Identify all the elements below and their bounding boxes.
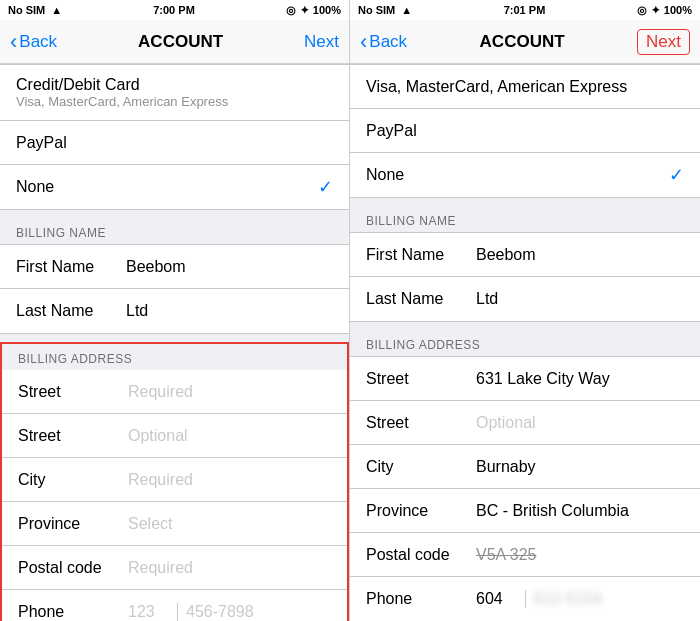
nav-bar-1: Back ACCOUNT Next: [0, 20, 349, 64]
phone-label-1: Phone: [18, 603, 128, 621]
paypal-label-1: PayPal: [16, 134, 67, 152]
payment-paypal-2[interactable]: PayPal: [350, 109, 700, 153]
none-label-2: None: [366, 166, 404, 184]
last-name-row-2[interactable]: Last Name Ltd: [350, 277, 700, 321]
phone-area-2: 604: [476, 590, 526, 608]
last-name-value-1: Ltd: [126, 302, 333, 320]
billing-address-group-2: Street 631 Lake City Way Street Optional…: [350, 356, 700, 621]
spacer-4: [350, 198, 700, 206]
billing-name-group-2: First Name Beebom Last Name Ltd: [350, 232, 700, 322]
nav-bar-2: Back ACCOUNT Next: [350, 20, 700, 64]
street2-placeholder-1: Optional: [128, 427, 331, 445]
billing-address-group-1: Street Required Street Optional City Req…: [2, 370, 347, 621]
payment-options-2: Visa, MasterCard, American Express PayPa…: [350, 64, 700, 198]
status-right-2: ◎ ✦ 100%: [637, 4, 692, 17]
payment-options-1: Credit/Debit Card Visa, MasterCard, Amer…: [0, 64, 349, 210]
last-name-row-1[interactable]: Last Name Ltd: [0, 289, 349, 333]
payment-paypal-1[interactable]: PayPal: [0, 121, 349, 165]
location-icon-2: ◎: [637, 4, 647, 17]
phone-row-1[interactable]: Phone 123 456-7898: [2, 590, 347, 621]
last-name-label-2: Last Name: [366, 290, 476, 308]
none-label-1: None: [16, 178, 54, 196]
billing-address-header-1: BILLING ADDRESS: [2, 344, 347, 370]
back-button-2[interactable]: Back: [360, 31, 407, 53]
phone-area-1: 123: [128, 603, 178, 621]
paypal-label-2: PayPal: [366, 122, 417, 140]
postal-value-2: V5A 325: [476, 546, 684, 564]
spacer-5: [350, 322, 700, 330]
nav-title-1: ACCOUNT: [138, 32, 223, 52]
postal-row-1[interactable]: Postal code Required: [2, 546, 347, 590]
phone-inputs-1: 123 456-7898: [128, 603, 331, 621]
carrier-2: No SIM: [358, 4, 395, 16]
province-row-2[interactable]: Province BC - British Columbia: [350, 489, 700, 533]
bluetooth-icon-1: ✦: [300, 4, 309, 17]
content-1: Credit/Debit Card Visa, MasterCard, Amer…: [0, 64, 349, 621]
billing-name-header-2: BILLING NAME: [350, 206, 700, 232]
street1-row-2[interactable]: Street 631 Lake City Way: [350, 357, 700, 401]
province-label-2: Province: [366, 502, 476, 520]
city-row-1[interactable]: City Required: [2, 458, 347, 502]
city-placeholder-1: Required: [128, 471, 331, 489]
postal-placeholder-1: Required: [128, 559, 331, 577]
next-button-1[interactable]: Next: [304, 32, 339, 52]
first-name-label-1: First Name: [16, 258, 126, 276]
spacer-2: [0, 334, 349, 342]
screen1: No SIM ▲ 7:00 PM ◎ ✦ 100% Back ACCOUNT N…: [0, 0, 350, 621]
province-row-1[interactable]: Province Select: [2, 502, 347, 546]
city-row-2[interactable]: City Burnaby: [350, 445, 700, 489]
last-name-value-2: Ltd: [476, 290, 684, 308]
street1-row-1[interactable]: Street Required: [2, 370, 347, 414]
status-bar-2: No SIM ▲ 7:01 PM ◎ ✦ 100%: [350, 0, 700, 20]
screen2: No SIM ▲ 7:01 PM ◎ ✦ 100% Back ACCOUNT N…: [350, 0, 700, 621]
first-name-row-2[interactable]: First Name Beebom: [350, 233, 700, 277]
street1-placeholder-1: Required: [128, 383, 331, 401]
battery-2: 100%: [664, 4, 692, 16]
phone-label-2: Phone: [366, 590, 476, 608]
last-name-label-1: Last Name: [16, 302, 126, 320]
location-icon-1: ◎: [286, 4, 296, 17]
payment-none-2[interactable]: None ✓: [350, 153, 700, 197]
credit-sub-1: Visa, MasterCard, American Express: [16, 94, 228, 109]
payment-credit-1[interactable]: Credit/Debit Card Visa, MasterCard, Amer…: [0, 65, 349, 121]
postal-label-2: Postal code: [366, 546, 476, 564]
street2-row-2[interactable]: Street Optional: [350, 401, 700, 445]
payment-credit-2[interactable]: Visa, MasterCard, American Express: [350, 65, 700, 109]
phone-number-1: 456-7898: [186, 603, 254, 621]
carrier-1: No SIM: [8, 4, 45, 16]
first-name-value-2: Beebom: [476, 246, 684, 264]
street2-label-1: Street: [18, 427, 128, 445]
province-placeholder-1: Select: [128, 515, 331, 533]
postal-row-2[interactable]: Postal code V5A 325: [350, 533, 700, 577]
billing-name-header-1: BILLING NAME: [0, 218, 349, 244]
next-button-2[interactable]: Next: [637, 29, 690, 55]
city-value-2: Burnaby: [476, 458, 684, 476]
street1-label-2: Street: [366, 370, 476, 388]
credit-sub-2: Visa, MasterCard, American Express: [366, 78, 627, 96]
city-label-1: City: [18, 471, 128, 489]
credit-label-1: Credit/Debit Card: [16, 76, 228, 94]
billing-address-header-2: BILLING ADDRESS: [350, 330, 700, 356]
first-name-value-1: Beebom: [126, 258, 333, 276]
street2-label-2: Street: [366, 414, 476, 432]
status-right-1: ◎ ✦ 100%: [286, 4, 341, 17]
first-name-row-1[interactable]: First Name Beebom: [0, 245, 349, 289]
check-icon-2: ✓: [669, 164, 684, 186]
phone-inputs-2: 604 612-5154: [476, 590, 684, 608]
time-1: 7:00 PM: [153, 4, 195, 16]
province-value-2: BC - British Columbia: [476, 502, 684, 520]
street1-value-2: 631 Lake City Way: [476, 370, 684, 388]
phone-row-2[interactable]: Phone 604 612-5154: [350, 577, 700, 621]
spacer-1: [0, 210, 349, 218]
street2-row-1[interactable]: Street Optional: [2, 414, 347, 458]
province-label-1: Province: [18, 515, 128, 533]
wifi-icon-2: ▲: [401, 4, 412, 16]
billing-address-highlighted: BILLING ADDRESS Street Required Street O…: [0, 342, 349, 621]
content-2: Visa, MasterCard, American Express PayPa…: [350, 64, 700, 621]
payment-none-1[interactable]: None ✓: [0, 165, 349, 209]
back-button-1[interactable]: Back: [10, 31, 57, 53]
phone-number-2: 612-5154: [534, 590, 602, 608]
wifi-icon-1: ▲: [51, 4, 62, 16]
postal-label-1: Postal code: [18, 559, 128, 577]
check-icon-1: ✓: [318, 176, 333, 198]
